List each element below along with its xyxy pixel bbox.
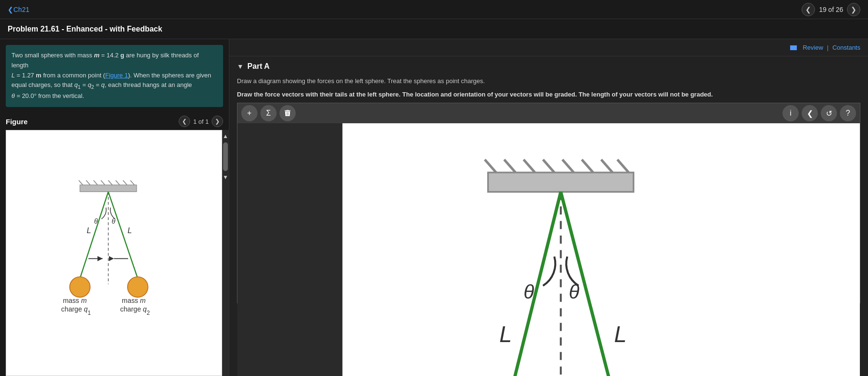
left-panel: Two small spheres with mass m = 14.2 g a… bbox=[0, 39, 229, 376]
figure-counter: 1 of 1 bbox=[193, 118, 209, 125]
undo-button[interactable]: ↺ bbox=[821, 105, 837, 121]
main-layout: Two small spheres with mass m = 14.2 g a… bbox=[0, 39, 868, 376]
toolbar-right: i ❮ ↺ ? bbox=[782, 105, 856, 121]
figure-scrollbar[interactable]: ▲ ▼ bbox=[222, 130, 229, 376]
svg-text:θ: θ bbox=[524, 281, 534, 303]
svg-line-34 bbox=[483, 192, 560, 376]
drawing-pendulum-figure-svg: L L θ θ bbox=[343, 123, 860, 376]
svg-text:mass m: mass m bbox=[122, 297, 146, 304]
svg-line-8 bbox=[130, 181, 134, 185]
figure-next-button[interactable]: ❯ bbox=[212, 116, 223, 127]
svg-text:L: L bbox=[87, 226, 91, 235]
figure-canvas-container: L L θ θ bbox=[0, 130, 229, 376]
arrow-left-button[interactable]: ❮ bbox=[802, 105, 818, 121]
top-links-bar: Review | Constants bbox=[229, 39, 868, 56]
svg-line-32 bbox=[617, 160, 629, 172]
figure-navigation: ❮ 1 of 1 ❯ bbox=[179, 116, 223, 127]
svg-line-6 bbox=[116, 181, 119, 185]
drawing-toolbar: + Σ i ❮ ↺ ? bbox=[237, 103, 860, 123]
svg-line-2 bbox=[86, 181, 90, 185]
svg-line-1 bbox=[79, 181, 83, 185]
back-to-ch21-link[interactable]: ❮Ch21 bbox=[8, 6, 29, 13]
problem-text-line1: Two small spheres with mass m = 14.2 g a… bbox=[11, 52, 199, 69]
drawing-area[interactable]: No elements selected bbox=[237, 123, 860, 376]
constants-link[interactable]: Constants bbox=[832, 44, 860, 51]
svg-line-31 bbox=[601, 160, 613, 172]
svg-text:mass m: mass m bbox=[63, 297, 87, 304]
svg-line-25 bbox=[485, 160, 496, 172]
top-navigation-bar: ❮Ch21 ❮ 19 of 26 ❯ bbox=[0, 0, 868, 19]
figure-section: Figure ❮ 1 of 1 ❯ bbox=[0, 113, 229, 376]
scroll-up-button[interactable]: ▲ bbox=[222, 132, 229, 140]
right-panel: Review | Constants ▼ Part A Draw a diagr… bbox=[229, 39, 868, 376]
info-button[interactable]: i bbox=[782, 105, 799, 121]
svg-text:charge q2: charge q2 bbox=[120, 305, 150, 316]
delete-button[interactable] bbox=[279, 105, 296, 121]
problem-navigation: ❮ 19 of 26 ❯ bbox=[802, 3, 860, 16]
svg-text:θ: θ bbox=[112, 217, 116, 225]
svg-line-11 bbox=[108, 192, 138, 279]
scroll-thumb[interactable] bbox=[223, 142, 228, 171]
figure-title: Figure bbox=[6, 118, 28, 126]
svg-line-27 bbox=[524, 160, 535, 172]
svg-text:θ: θ bbox=[94, 217, 98, 225]
part-a-section: ▼ Part A Draw a diagram showing the forc… bbox=[229, 56, 868, 309]
problem-counter: 19 of 26 bbox=[819, 6, 843, 13]
problem-title: Problem 21.61 - Enhanced - with Feedback bbox=[8, 25, 162, 33]
drawing-figure-panel: L L θ θ bbox=[343, 123, 860, 376]
figure-header: Figure ❮ 1 of 1 ❯ bbox=[0, 113, 229, 130]
problem-title-bar: Problem 21.61 - Enhanced - with Feedback bbox=[0, 19, 868, 39]
svg-text:L: L bbox=[128, 226, 132, 235]
svg-line-4 bbox=[101, 181, 105, 185]
svg-text:L: L bbox=[614, 322, 627, 347]
svg-line-26 bbox=[504, 160, 515, 172]
toolbar-left: + Σ bbox=[241, 105, 296, 121]
svg-line-3 bbox=[94, 181, 97, 185]
add-vector-button[interactable]: + bbox=[241, 105, 257, 121]
part-a-title: Part A bbox=[247, 62, 270, 71]
drawing-container: + Σ i ❮ ↺ ? bbox=[237, 103, 860, 303]
svg-line-30 bbox=[582, 160, 593, 172]
svg-rect-24 bbox=[488, 172, 634, 192]
svg-line-5 bbox=[108, 181, 112, 185]
svg-rect-0 bbox=[80, 185, 137, 192]
svg-line-10 bbox=[80, 192, 108, 279]
svg-point-18 bbox=[70, 277, 90, 297]
svg-line-7 bbox=[123, 181, 127, 185]
problem-text-line3: equal charges, so that q1 = q2 = q, each… bbox=[11, 81, 192, 88]
figure-canvas: L L θ θ bbox=[6, 130, 222, 376]
part-a-header: ▼ Part A bbox=[237, 62, 860, 71]
figure-prev-button[interactable]: ❮ bbox=[179, 116, 190, 127]
scroll-down-button[interactable]: ▼ bbox=[222, 173, 229, 182]
figure1-link[interactable]: Figure 1 bbox=[105, 72, 128, 79]
svg-text:L: L bbox=[499, 322, 512, 347]
link-separator: | bbox=[827, 44, 828, 51]
problem-text-line2: L = 1.27 m from a common point (Figure 1… bbox=[11, 72, 211, 79]
problem-description: Two small spheres with mass m = 14.2 g a… bbox=[6, 45, 223, 107]
review-link[interactable]: Review bbox=[803, 44, 823, 51]
trash-icon bbox=[283, 109, 292, 118]
help-button[interactable]: ? bbox=[840, 105, 856, 121]
svg-point-19 bbox=[128, 277, 148, 297]
prev-problem-button[interactable]: ❮ bbox=[802, 3, 815, 16]
collapse-arrow-icon[interactable]: ▼ bbox=[237, 63, 244, 70]
svg-line-29 bbox=[562, 160, 574, 172]
review-icon bbox=[790, 45, 797, 50]
svg-text:charge q1: charge q1 bbox=[61, 305, 91, 316]
drawing-info-panel: No elements selected bbox=[237, 123, 343, 376]
next-problem-button[interactable]: ❯ bbox=[847, 3, 860, 16]
sigma-button[interactable]: Σ bbox=[260, 105, 277, 121]
problem-text-line4: θ = 20.0° from the vertical. bbox=[11, 92, 84, 99]
pendulum-figure-svg: L L θ θ bbox=[6, 130, 222, 376]
instruction-text-1: Draw a diagram showing the forces on the… bbox=[237, 76, 860, 86]
svg-line-28 bbox=[543, 160, 555, 172]
instruction-text-2: Draw the force vectors with their tails … bbox=[237, 90, 860, 99]
